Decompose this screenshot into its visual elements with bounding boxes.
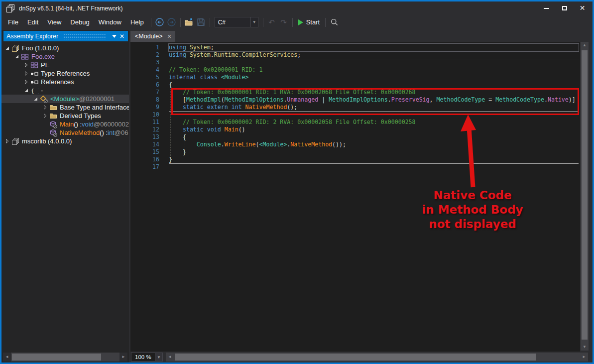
code-line-11[interactable]: 11 // Token: 0x06000002 RID: 2 RVA: 0x00… xyxy=(130,119,580,126)
tree-item[interactable]: Foo (1.0.0.0) xyxy=(1,44,129,52)
tree-horizontal-scrollbar[interactable]: ◄ ► xyxy=(3,353,127,362)
tree-item[interactable]: Derived Types xyxy=(1,112,129,120)
tree-item-label: Foo (1.0.0.0) xyxy=(22,44,59,52)
editor-horizontal-scrollbar[interactable]: ◄ ► xyxy=(166,353,588,362)
panel-title: Assembly Explorer xyxy=(6,33,58,40)
tree-item[interactable]: NativeMethod() : int @06 xyxy=(1,128,129,137)
dnspy-window: dnSpy v6.5.1 (64-bit, .NET Framework) ✕ … xyxy=(0,0,594,364)
open-file-button[interactable] xyxy=(183,16,195,28)
code-line-13[interactable]: 13 { xyxy=(130,133,580,141)
redo-button[interactable]: ↷ xyxy=(278,16,290,28)
menu-view[interactable]: View xyxy=(43,15,66,29)
language-combobox[interactable]: C# ▼ xyxy=(215,17,258,27)
panel-close-button[interactable]: ✕ xyxy=(118,32,126,40)
maximize-button[interactable] xyxy=(561,5,568,11)
tree-item[interactable]: Type References xyxy=(1,69,129,78)
tree-item[interactable]: <Module> @02000001 xyxy=(1,95,129,103)
close-button[interactable]: ✕ xyxy=(579,5,586,11)
save-button[interactable] xyxy=(195,16,207,28)
open-folder-icon xyxy=(184,18,194,27)
scroll-down-icon[interactable]: ▼ xyxy=(581,344,589,351)
line-number: 3 xyxy=(130,59,159,66)
code-line-5[interactable]: 5internal class <Module> xyxy=(130,74,580,81)
code-line-17[interactable]: 17 xyxy=(130,163,580,171)
code-line-9[interactable]: 9 static extern int NativeMethod(); xyxy=(130,104,580,111)
code-line-6[interactable]: 6{ xyxy=(130,81,580,89)
title-bar[interactable]: dnSpy v6.5.1 (64-bit, .NET Framework) ✕ xyxy=(1,1,593,15)
expander-expanded-icon[interactable] xyxy=(22,87,30,94)
code-line-1[interactable]: 1using System; xyxy=(130,44,580,51)
expander-collapsed-icon[interactable] xyxy=(22,70,30,77)
expander-expanded-icon[interactable] xyxy=(32,95,39,103)
editor-bottom-bar: 100 % ▼ ◄ ► xyxy=(130,352,593,363)
minimize-button[interactable] xyxy=(543,5,550,11)
code-line-12[interactable]: 12 static void Main() xyxy=(130,126,580,133)
code-line-16[interactable]: 16} xyxy=(130,156,580,163)
tree-item-label: PE xyxy=(41,61,49,69)
expander-expanded-icon[interactable] xyxy=(13,53,20,60)
search-button[interactable] xyxy=(328,16,340,28)
code-line-4[interactable]: 4// Token: 0x02000001 RID: 1 xyxy=(130,66,580,74)
start-button[interactable]: Start xyxy=(295,16,323,28)
scroll-right-icon[interactable]: ► xyxy=(119,353,127,362)
scroll-left-icon[interactable]: ◄ xyxy=(166,353,174,362)
menu-file[interactable]: File xyxy=(3,15,23,29)
tree-item[interactable]: Main() : void @06000002 xyxy=(1,120,129,128)
scroll-right-icon[interactable]: ► xyxy=(580,353,588,362)
svg-text:{ }: { } xyxy=(31,88,38,94)
expander-collapsed-icon[interactable] xyxy=(3,137,11,145)
scroll-track[interactable] xyxy=(11,353,119,362)
scroll-thumb[interactable] xyxy=(12,354,101,361)
navigate-back-button[interactable] xyxy=(154,16,166,28)
chevron-down-icon[interactable]: ▼ xyxy=(155,353,162,361)
menu-window[interactable]: Window xyxy=(94,15,126,29)
undo-button[interactable]: ↶ xyxy=(266,16,278,28)
panel-menu-button[interactable] xyxy=(110,32,118,40)
tree-item[interactable]: References xyxy=(1,78,129,86)
expander-collapsed-icon[interactable] xyxy=(41,104,49,111)
scroll-thumb[interactable] xyxy=(175,354,536,361)
menu-edit[interactable]: Edit xyxy=(23,15,43,29)
chevron-down-icon[interactable]: ▼ xyxy=(250,17,258,27)
code-line-10[interactable]: 10 xyxy=(130,111,580,119)
expander-collapsed-icon[interactable] xyxy=(41,112,49,120)
indent-guide xyxy=(170,89,171,156)
tree-item[interactable]: Base Type and Interfaces xyxy=(1,103,129,112)
line-number: 15 xyxy=(130,148,159,156)
scroll-up-icon[interactable]: ▲ xyxy=(581,42,589,49)
tree-item-label: @06000002 xyxy=(94,121,129,128)
tree-item[interactable]: PE xyxy=(1,61,129,69)
tree-item[interactable]: Foo.exe xyxy=(1,52,129,61)
expander-collapsed-icon[interactable] xyxy=(22,61,30,69)
zoom-combobox[interactable]: 100 % ▼ xyxy=(131,353,163,362)
tab-close-icon[interactable]: ✕ xyxy=(167,33,172,40)
scroll-thumb[interactable] xyxy=(582,50,588,340)
tree-item-label: int xyxy=(108,129,115,136)
tree-item-label: @02000001 xyxy=(79,95,115,103)
editor-vertical-scrollbar[interactable]: ▲ ▼ xyxy=(581,42,589,351)
line-number: 1 xyxy=(130,44,159,51)
tree-item[interactable]: { }- xyxy=(1,86,129,95)
code-line-15[interactable]: 15 } xyxy=(130,148,580,156)
expander-expanded-icon[interactable] xyxy=(3,44,11,52)
menu-help[interactable]: Help xyxy=(126,15,148,29)
assembly-explorer-header[interactable]: Assembly Explorer ✕ xyxy=(3,31,128,41)
minimize-icon xyxy=(544,8,549,9)
code-line-2[interactable]: 2using System.Runtime.CompilerServices; xyxy=(130,51,580,59)
code-line-3[interactable]: 3 xyxy=(130,59,580,66)
code-line-14[interactable]: 14 Console.WriteLine(<Module>.NativeMeth… xyxy=(130,141,580,148)
code-line-7[interactable]: 7 // Token: 0x06000001 RID: 1 RVA: 0x000… xyxy=(130,89,580,96)
maximize-icon xyxy=(562,6,567,10)
code-viewport[interactable]: 1using System;2using System.Runtime.Comp… xyxy=(130,42,580,352)
code-line-8[interactable]: 8 [MethodImpl(MethodImplOptions.Unmanage… xyxy=(130,96,580,104)
tree-item[interactable]: mscorlib (4.0.0.0) xyxy=(1,137,129,145)
expander-collapsed-icon[interactable] xyxy=(22,78,30,86)
tree-item-label: Derived Types xyxy=(60,112,101,120)
menu-debug[interactable]: Debug xyxy=(66,15,94,29)
tab-module[interactable]: <Module> ✕ xyxy=(130,31,175,42)
navigate-forward-button[interactable] xyxy=(166,16,178,28)
scroll-track[interactable] xyxy=(174,353,580,362)
zoom-value: 100 % xyxy=(131,354,155,360)
folder-icon xyxy=(49,112,57,120)
scroll-left-icon[interactable]: ◄ xyxy=(3,353,11,362)
